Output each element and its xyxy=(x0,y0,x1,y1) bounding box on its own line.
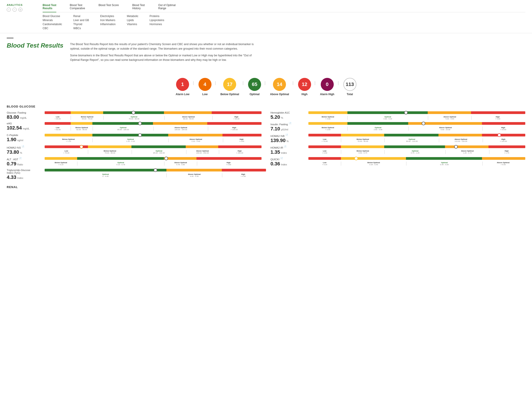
nav-analytics: ANALYTICS ⌂ ○ ◎ xyxy=(7,4,43,14)
alt-ast-info-icon[interactable]: 📄 xyxy=(19,157,21,159)
hba1c-label: Hemoglobin A1C 5.20 % xyxy=(270,111,305,120)
nav-blood-test-history[interactable]: Blood TestHistory xyxy=(132,4,145,10)
summary-above-optimal: 14 Above Optimal xyxy=(266,78,294,96)
homa2ir-info-icon[interactable]: 📄 xyxy=(284,145,286,148)
homa2b-bar: Low < 70.00 Below Optimal 70.00 - 90.00 … xyxy=(308,134,525,142)
alt-ast-unit: Ratio xyxy=(17,163,23,166)
above-optimal-label: Above Optimal xyxy=(270,93,289,96)
nav-proteins[interactable]: Proteins xyxy=(150,15,164,18)
home-icon[interactable]: ⌂ xyxy=(7,8,11,12)
biomarker-glucose-fasting: Glucose: Fasting 83.00 mg/dL xyxy=(7,111,262,120)
homa2ir-bar: Low < 0.50 Below Optimal 0.50 - 0.75 Opt… xyxy=(308,145,525,154)
homa2ir-value: 1.35 xyxy=(270,149,280,155)
quicki-info-icon[interactable]: 📄 xyxy=(280,157,283,159)
biomarker-cpeptide: C-Peptide 1.90 ng/ml xyxy=(7,134,262,143)
hba1c-name: Hemoglobin A1C xyxy=(270,111,305,114)
nav-iron-markers[interactable]: Iron Markers xyxy=(100,19,116,22)
insulin-info-icon[interactable]: 📄 xyxy=(289,122,291,125)
tyg-value: 4.33 xyxy=(7,175,16,180)
page-content: Blood Test Results The Blood Test Result… xyxy=(0,33,532,206)
cpeptide-name: C-Peptide xyxy=(7,134,42,137)
homa2ir-label: HOMA2-IR 📄 1.35 index xyxy=(270,145,305,155)
nav-lipoproteins[interactable]: Lipoproteins xyxy=(150,19,164,22)
nav-out-of-optimal[interactable]: Out of OptimalRange xyxy=(158,4,175,10)
navigation: ANALYTICS ⌂ ○ ◎ Blood TestResults Blood … xyxy=(0,0,532,33)
biomarker-tyg: Triglyceride-GlucoseIndex (TyG) 4.33 Ind… xyxy=(7,169,266,180)
quicki-bar: Low < 0.34 Below Optimal 0.34 - 0.45 Opt… xyxy=(308,157,525,166)
total-label: Total xyxy=(347,93,353,96)
blood-glucose-title: BLOOD GLUCOSE xyxy=(7,105,525,108)
nav-electrolytes[interactable]: Electrolytes xyxy=(100,15,116,18)
alarm-low-circle: 1 xyxy=(176,78,189,91)
biomarker-alt-ast: ALT : AST 📄 0.79 Ratio xyxy=(7,157,262,166)
desc-p1: The Blood Test Results Report lists the … xyxy=(70,42,254,51)
nav-cardiometabolic[interactable]: Cardiometabolic xyxy=(43,23,62,26)
above-optimal-circle: 14 xyxy=(273,78,286,91)
cpeptide-label: C-Peptide 1.90 ng/ml xyxy=(7,134,42,142)
nav-renal[interactable]: Renal xyxy=(73,15,89,18)
nav-blood-glucose[interactable]: Blood Glucose xyxy=(43,15,62,18)
glucose-fasting-unit: mg/dL xyxy=(20,116,27,119)
nav-metabolic[interactable]: Metabolic xyxy=(127,15,138,18)
nav-blood-test-comparative[interactable]: Blood TestComparative xyxy=(70,4,85,10)
biomarker-eag: eAG 102.54 mg/dL xyxy=(7,122,262,132)
hba1c-bar: Below Optimal < 4.60 Optimal 4.60 - 5.30… xyxy=(308,111,525,120)
biomarker-hba1c: Hemoglobin A1C 5.20 % xyxy=(270,111,525,120)
nav-thyroid[interactable]: Thyroid xyxy=(73,23,89,26)
desc-p2: Some biomarkers in the Blood Test Result… xyxy=(70,53,254,62)
summary-optimal: 65 Optimal xyxy=(244,78,266,96)
homa2b-value: 139.90 xyxy=(270,138,285,143)
biomarker-quicki: QUICKI 📄 0.36 Index xyxy=(270,157,525,166)
circle-icon[interactable]: ○ xyxy=(13,8,16,12)
insulin-fasting-name: Insulin: Fasting 📄 xyxy=(270,122,305,126)
below-optimal-label: Below Optimal xyxy=(220,93,239,96)
eag-name: eAG xyxy=(7,122,42,125)
homa2s-info-icon[interactable]: 📄 xyxy=(21,145,24,148)
eag-unit: mg/dL xyxy=(23,127,30,130)
homa2b-unit: % xyxy=(286,140,289,143)
alarm-low-label: Alarm Low xyxy=(176,93,189,96)
eag-label: eAG 102.54 mg/dL xyxy=(7,122,42,131)
summary-below-optimal: 17 Below Optimal xyxy=(216,78,244,96)
eag-bar: Low < 82.00 Below Optimal 82.00 - 85.00 … xyxy=(45,122,262,131)
homa2s-name: HOMA2-%S 📄 xyxy=(7,145,42,149)
nav-vitamins[interactable]: Vitamins xyxy=(127,23,138,26)
nav-menu-bottom: Blood Glucose Minerals Cardiometabolic C… xyxy=(43,15,525,33)
tyg-name: Triglyceride-GlucoseIndex (TyG) xyxy=(7,169,42,174)
summary-high: 12 High xyxy=(294,78,316,96)
nav-cbc[interactable]: CBC xyxy=(43,27,62,30)
nav-liver-gb[interactable]: Liver and GB xyxy=(73,19,89,22)
tyg-bar: Optimal 0 - 4.40 Above Optimal 4.40 - 4.… xyxy=(45,169,266,177)
nav-col-3: Electrolytes Iron Markers Inflammation xyxy=(100,15,116,30)
insulin-fasting-value: 7.10 xyxy=(270,126,280,132)
nav-hormones[interactable]: Hormones xyxy=(150,23,164,26)
homa2b-label: HOMA2-%B 📄 139.90 % xyxy=(270,134,305,143)
homa2b-info-icon[interactable]: 📄 xyxy=(285,134,288,136)
settings-icon[interactable]: ◎ xyxy=(18,8,22,12)
insulin-fasting-bar: Below Optimal < 2.60 Optimal 2.60 - 5.00… xyxy=(308,122,525,131)
optimal-label: Optimal xyxy=(250,93,260,96)
quicki-value: 0.36 xyxy=(270,161,280,166)
homa2s-bar: Low < 75.00 Below Optimal 75.00 - 85.00 … xyxy=(45,145,262,154)
alarm-high-label: Alarm High xyxy=(320,93,334,96)
insulin-fasting-label: Insulin: Fasting 📄 7.10 μIU/ml xyxy=(270,122,305,132)
nav-col-2: Renal Liver and GB Thyroid WBCs xyxy=(73,15,89,30)
cpeptide-value: 1.90 xyxy=(7,137,16,142)
nav-blood-test-results[interactable]: Blood TestResults xyxy=(43,4,56,10)
low-label: Low xyxy=(202,93,208,96)
nav-col-1: Blood Glucose Minerals Cardiometabolic C… xyxy=(43,15,62,30)
nav-col-4: Metabolic Lipids Vitamins xyxy=(127,15,138,30)
glucose-fasting-bar: Low < 65.00 Below Optimal 65.00 - 75.00 … xyxy=(45,111,262,120)
nav-blood-test-score[interactable]: Blood Test Score xyxy=(98,4,119,10)
nav-inflammation[interactable]: Inflammation xyxy=(100,23,116,26)
nav-icon-group: ⌂ ○ ◎ xyxy=(7,8,43,12)
nav-minerals[interactable]: Minerals xyxy=(43,19,62,22)
summary-alarm-high: 0 Alarm High xyxy=(316,78,339,96)
nav-lipids[interactable]: Lipids xyxy=(127,19,138,22)
homa2b-name: HOMA2-%B 📄 xyxy=(270,134,305,137)
biomarker-homa2-s: HOMA2-%S 📄 73.80 % xyxy=(7,145,262,155)
summary-section: 1 Alarm Low 4 Low 17 Below Optimal 65 Op… xyxy=(7,76,525,98)
tyg-label: Triglyceride-GlucoseIndex (TyG) 4.33 Ind… xyxy=(7,169,42,180)
nav-wbcs[interactable]: WBCs xyxy=(73,27,89,30)
nav-menu: Blood TestResults Blood TestComparative … xyxy=(43,4,525,33)
